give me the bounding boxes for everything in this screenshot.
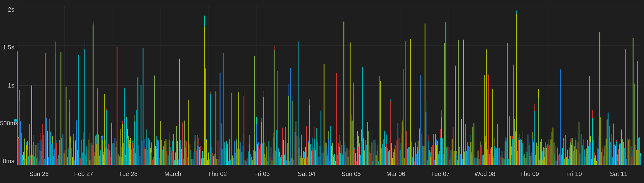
- svg-rect-84: [65, 150, 65, 165]
- svg-rect-769: [564, 159, 565, 165]
- svg-rect-125: [94, 156, 95, 165]
- svg-rect-167: [122, 121, 123, 124]
- svg-rect-458: [329, 160, 330, 165]
- svg-rect-418: [302, 158, 303, 165]
- svg-rect-814: [598, 149, 599, 165]
- svg-rect-443: [319, 149, 319, 157]
- svg-rect-273: [198, 138, 199, 145]
- chart-container: 2s 1.5s 1s 500ms 0ms Sun 26 Feb 27 Tue 2…: [0, 0, 644, 183]
- svg-rect-155: [114, 143, 114, 165]
- svg-rect-137: [102, 140, 103, 165]
- svg-rect-360: [260, 144, 261, 165]
- svg-rect-651: [478, 150, 478, 165]
- svg-rect-283: [204, 16, 205, 27]
- svg-rect-763: [560, 70, 561, 165]
- svg-rect-322: [232, 156, 233, 165]
- y-label-0ms: 0ms: [0, 158, 17, 165]
- svg-rect-755: [555, 153, 555, 165]
- svg-rect-819: [602, 152, 602, 152]
- svg-rect-320: [231, 94, 232, 165]
- svg-rect-631: [461, 119, 462, 165]
- svg-rect-830: [608, 113, 609, 165]
- svg-rect-829: [607, 119, 607, 120]
- svg-rect-184: [132, 143, 133, 165]
- svg-rect-634: [464, 152, 465, 165]
- svg-rect-869: [638, 149, 639, 165]
- svg-rect-590: [431, 148, 432, 165]
- svg-rect-595: [434, 160, 435, 165]
- svg-rect-686: [506, 141, 507, 165]
- svg-rect-316: [228, 161, 229, 165]
- svg-rect-183: [131, 149, 132, 165]
- svg-rect-804: [591, 159, 592, 165]
- svg-rect-195: [139, 137, 139, 145]
- svg-rect-596: [435, 143, 436, 165]
- svg-rect-605: [440, 129, 441, 138]
- svg-rect-113: [86, 156, 86, 165]
- svg-rect-149: [109, 150, 110, 165]
- svg-rect-790: [579, 154, 580, 165]
- svg-rect-506: [365, 140, 366, 165]
- svg-rect-601: [438, 154, 439, 165]
- svg-rect-633: [463, 40, 464, 165]
- svg-rect-551: [399, 138, 400, 165]
- svg-rect-746: [547, 144, 548, 165]
- svg-rect-807: [593, 150, 594, 165]
- svg-rect-663: [488, 75, 489, 165]
- svg-rect-668: [493, 158, 494, 165]
- svg-rect-740: [544, 157, 545, 165]
- svg-rect-844: [617, 161, 618, 165]
- svg-rect-644: [472, 142, 472, 152]
- svg-rect-55: [42, 124, 43, 165]
- svg-rect-623: [455, 66, 456, 165]
- svg-rect-617: [450, 157, 450, 160]
- svg-rect-768: [563, 138, 564, 141]
- svg-rect-800: [588, 146, 589, 165]
- svg-rect-123: [93, 24, 94, 165]
- svg-rect-304: [219, 159, 219, 165]
- svg-rect-168: [123, 148, 124, 165]
- svg-rect-262: [191, 150, 191, 165]
- svg-rect-172: [125, 157, 126, 165]
- svg-rect-434: [313, 159, 314, 165]
- svg-rect-794: [583, 139, 583, 147]
- svg-rect-132: [98, 135, 99, 165]
- svg-rect-862: [632, 157, 632, 165]
- svg-rect-99: [75, 142, 76, 165]
- svg-rect-317: [229, 149, 230, 165]
- svg-rect-353: [255, 151, 256, 165]
- svg-rect-202: [144, 139, 145, 147]
- svg-rect-284: [205, 68, 206, 165]
- svg-rect-241: [173, 134, 174, 165]
- svg-rect-150: [110, 144, 110, 150]
- svg-rect-216: [154, 76, 155, 165]
- svg-rect-743: [545, 142, 546, 147]
- svg-rect-217: [155, 146, 156, 165]
- svg-rect-843: [616, 140, 617, 142]
- svg-rect-230: [166, 139, 166, 165]
- svg-rect-822: [604, 156, 604, 165]
- svg-rect-171: [124, 88, 125, 96]
- y-label-1s: 1s: [0, 82, 17, 89]
- svg-rect-676: [499, 148, 499, 165]
- svg-rect-207: [147, 150, 148, 159]
- svg-rect-70: [53, 156, 54, 165]
- svg-rect-518: [373, 140, 374, 165]
- svg-rect-32: [26, 145, 27, 165]
- svg-rect-227: [163, 149, 163, 165]
- svg-rect-609: [443, 154, 444, 165]
- svg-rect-375: [270, 157, 271, 165]
- svg-rect-465: [335, 161, 336, 165]
- svg-rect-240: [172, 141, 173, 151]
- svg-rect-129: [96, 144, 97, 165]
- svg-rect-470: [340, 135, 340, 147]
- svg-rect-341: [245, 160, 246, 165]
- svg-rect-245: [177, 141, 178, 165]
- svg-rect-618: [450, 150, 451, 165]
- svg-rect-517: [373, 153, 373, 161]
- svg-rect-453: [326, 143, 327, 148]
- svg-rect-352: [254, 56, 255, 165]
- svg-rect-628: [459, 148, 460, 165]
- svg-rect-382: [274, 50, 275, 165]
- svg-rect-376: [270, 147, 271, 157]
